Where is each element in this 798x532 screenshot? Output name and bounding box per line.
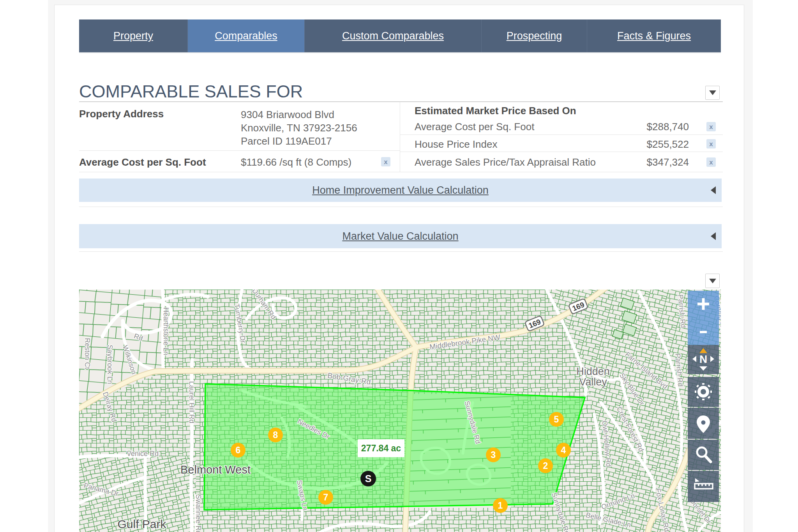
divider [79, 172, 723, 172]
collapse-sales-button[interactable] [705, 86, 720, 100]
page-title: COMPARABLE SALES FOR [79, 81, 303, 102]
svg-text:8: 8 [273, 430, 278, 440]
comp-marker-2[interactable]: 2 [538, 458, 553, 473]
tab-prospecting[interactable]: Prospecting [481, 19, 587, 52]
compass-n-label: N [699, 353, 707, 365]
divider [79, 207, 723, 207]
comp-marker-1[interactable]: 1 [493, 498, 508, 513]
remove-estimate-row-button[interactable]: x [706, 157, 716, 167]
home-improvement-section-header[interactable]: Home Improvement Value Calculation [79, 179, 722, 202]
market-value-section-header[interactable]: Market Value Calculation [79, 224, 722, 248]
measure-panel[interactable] [688, 471, 719, 502]
divider [79, 150, 400, 151]
comp-marker-7[interactable]: 7 [318, 490, 333, 505]
collapse-map-button[interactable] [705, 274, 720, 288]
estimate-row-label: House Price Index [415, 138, 497, 150]
map-road-label: Reston Ct [83, 338, 91, 369]
tab-custom-comparables[interactable]: Custom Comparables [304, 19, 481, 52]
property-address-value: 9304 Briarwood Blvd Knoxville, TN 37923-… [241, 108, 357, 148]
comp-marker-5[interactable]: 5 [549, 412, 564, 427]
address-line2: Knoxville, TN 37923-2156 [241, 121, 357, 134]
estimate-row-value: $347,324 [584, 156, 689, 168]
estimate-row-value: $255,522 [584, 138, 689, 150]
map-road-label: Venice Rd [127, 450, 159, 458]
remove-estimate-row-button[interactable]: x [706, 139, 716, 148]
comp-marker-6[interactable]: 6 [231, 443, 245, 458]
svg-text:4: 4 [561, 445, 566, 455]
search-panel[interactable] [688, 440, 719, 470]
map-road-label: Swannee Rd [194, 494, 202, 532]
property-address-label: Property Address [79, 108, 164, 120]
address-line1: 9304 Briarwood Blvd [241, 108, 357, 121]
remove-estimate-row-button[interactable]: x [706, 122, 716, 131]
estimate-row-label: Average Cost per Sq. Foot [415, 121, 534, 133]
map-road-label: Laurel Hill Rd [188, 381, 196, 423]
tab-property[interactable]: Property [79, 19, 187, 52]
tab-bar: Property Comparables Custom Comparables … [79, 19, 721, 52]
estimate-header: Estimated Market Price Based On [415, 105, 576, 117]
address-line3: Parcel ID 119AE017 [241, 134, 357, 148]
avg-cost-label: Average Cost per Sq. Foot [79, 156, 206, 168]
subject-marker[interactable]: S [360, 471, 376, 486]
acreage-label: 277.84 ac [358, 439, 404, 457]
map[interactable]: 277.84 ac Reston CtSaybrook LnWilkinsonR… [79, 290, 721, 532]
chevron-down-icon [709, 90, 716, 95]
map-road-label: Gulf Park [117, 518, 166, 530]
estimate-row-label: Average Sales Price/Tax Appraisal Ratio [415, 156, 596, 168]
svg-text:277.84 ac: 277.84 ac [361, 443, 401, 453]
chevron-left-icon [711, 232, 716, 240]
svg-text:5: 5 [554, 414, 559, 424]
chevron-down-icon [709, 279, 716, 283]
settings-panel[interactable] [688, 377, 719, 407]
map-road-label: Hearthstone Ln [162, 307, 170, 355]
column-divider [400, 102, 400, 172]
divider [79, 251, 723, 252]
tab-comparables[interactable]: Comparables [187, 19, 304, 52]
map-road-label: Belmont West [180, 463, 251, 476]
svg-text:1: 1 [498, 500, 503, 511]
map-road-label: Hidden [576, 366, 610, 377]
svg-text:7: 7 [323, 492, 328, 502]
comp-marker-4[interactable]: 4 [556, 443, 571, 458]
map-road-label: Saybrook Ln [106, 345, 114, 384]
divider [400, 152, 723, 152]
chevron-left-icon [711, 186, 716, 194]
avg-cost-value: $119.66 /sq ft (8 Comps) [241, 156, 351, 168]
tab-facts-figures[interactable]: Facts & Figures [587, 19, 721, 52]
comp-marker-8[interactable]: 8 [268, 428, 283, 442]
svg-text:2: 2 [543, 461, 548, 471]
estimate-row-value: $288,740 [584, 121, 689, 133]
map-road-label: Valley [579, 376, 607, 388]
comp-marker-3[interactable]: 3 [486, 447, 501, 462]
svg-text:S: S [365, 473, 372, 484]
svg-text:3: 3 [491, 450, 496, 460]
svg-text:6: 6 [236, 445, 241, 455]
divider [400, 134, 723, 135]
heading-rule [79, 101, 723, 102]
remove-avg-cost-button[interactable]: x [381, 157, 390, 166]
